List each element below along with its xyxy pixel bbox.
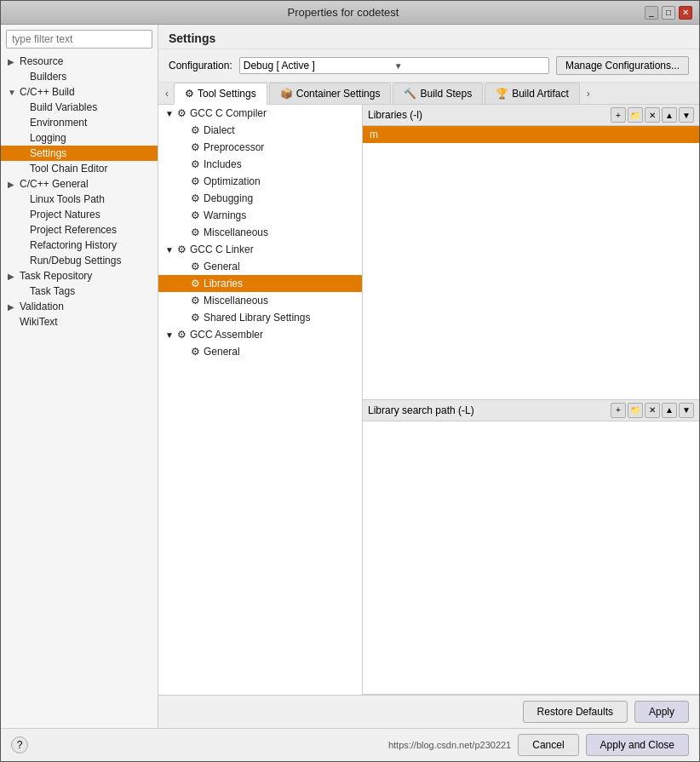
- tab-label: Container Settings: [296, 88, 381, 100]
- stree-item-label: Miscellaneous: [204, 226, 268, 238]
- apply-button[interactable]: Apply: [634, 701, 689, 723]
- filter-input[interactable]: [6, 30, 152, 49]
- move-path-down-button[interactable]: ▼: [679, 403, 694, 418]
- settings-content: Libraries (-l) + 📁 ✕ ▲ ▼ m: [363, 105, 699, 695]
- stree-gcc-compiler[interactable]: ▼ ⚙ GCC C Compiler: [158, 105, 362, 122]
- sidebar-item-cppbuild[interactable]: ▼ C/C++ Build: [1, 84, 158, 100]
- apply-and-close-button[interactable]: Apply and Close: [586, 734, 689, 756]
- sidebar-item-tasktags[interactable]: Task Tags: [1, 284, 158, 299]
- tab-left-arrow[interactable]: ‹: [160, 84, 174, 103]
- library-item-m[interactable]: m: [363, 126, 699, 143]
- maximize-button[interactable]: □: [662, 6, 675, 20]
- config-select[interactable]: Debug [ Active ] ▼: [239, 57, 549, 74]
- stree-gcc-assembler[interactable]: ▼ ⚙ GCC Assembler: [158, 326, 362, 343]
- close-button[interactable]: ✕: [679, 6, 692, 20]
- gear-icon: ⚙: [191, 209, 200, 221]
- sidebar-item-label: Build Variables: [30, 101, 97, 113]
- gear-icon: ⚙: [191, 278, 200, 289]
- sidebar-item-label: C/C++ General: [20, 178, 89, 190]
- stree-optimization[interactable]: ⚙ Optimization: [158, 173, 362, 190]
- add-path-workspace-button[interactable]: 📁: [628, 403, 643, 418]
- tabs-bar: ‹ ⚙ Tool Settings 📦 Container Settings 🔨…: [158, 83, 699, 105]
- gear-icon: ⚙: [191, 192, 200, 204]
- arrow-icon: ▶: [8, 272, 16, 281]
- help-button[interactable]: ?: [11, 736, 28, 753]
- sidebar-item-rundebug[interactable]: Run/Debug Settings: [1, 253, 158, 268]
- sidebar-item-label: Project Natures: [30, 209, 100, 221]
- add-library-button[interactable]: +: [611, 107, 626, 123]
- stree-item-label: General: [204, 261, 240, 272]
- minimize-button[interactable]: _: [645, 6, 658, 20]
- title-bar: Properties for codetest _ □ ✕: [1, 1, 699, 25]
- tab-tool-settings[interactable]: ⚙ Tool Settings: [174, 83, 267, 105]
- cancel-button[interactable]: Cancel: [518, 734, 578, 756]
- stree-gcc-linker[interactable]: ▼ ⚙ GCC C Linker: [158, 241, 362, 258]
- restore-defaults-button[interactable]: Restore Defaults: [523, 701, 628, 723]
- stree-preprocessor[interactable]: ⚙ Preprocessor: [158, 139, 362, 156]
- sidebar-item-projectnatures[interactable]: Project Natures: [1, 207, 158, 222]
- sidebar-item-builders[interactable]: Builders: [1, 69, 158, 84]
- gear-icon: ⚙: [177, 107, 186, 119]
- sidebar-item-linuxtools[interactable]: Linux Tools Path: [1, 192, 158, 207]
- tab-build-artifact[interactable]: 🏆 Build Artifact: [485, 83, 580, 104]
- stree-misc-linker[interactable]: ⚙ Miscellaneous: [158, 292, 362, 309]
- sidebar-item-buildvars[interactable]: Build Variables: [1, 100, 158, 115]
- stree-dialect[interactable]: ⚙ Dialect: [158, 122, 362, 139]
- sidebar-item-resource[interactable]: ▶ Resource: [1, 54, 158, 69]
- tab-right-arrow[interactable]: ›: [582, 84, 595, 103]
- search-path-panel: Library search path (-L) + 📁 ✕ ▲ ▼: [363, 400, 699, 696]
- move-path-up-button[interactable]: ▲: [662, 403, 677, 418]
- settings-tree: ▼ ⚙ GCC C Compiler ⚙ Dialect ⚙ Preproces…: [158, 105, 363, 695]
- sidebar-item-logging[interactable]: Logging: [1, 130, 158, 146]
- tab-container-settings[interactable]: 📦 Container Settings: [269, 83, 392, 104]
- right-panel: Settings Configuration: Debug [ Active ]…: [158, 25, 699, 728]
- sidebar-item-label: Project References: [30, 224, 117, 236]
- sidebar-item-settings[interactable]: Settings: [1, 146, 158, 161]
- sidebar-item-label: Settings: [30, 147, 66, 159]
- sidebar-item-projectrefs[interactable]: Project References: [1, 222, 158, 238]
- gear-icon: ⚙: [191, 295, 200, 307]
- stree-debugging[interactable]: ⚙ Debugging: [158, 190, 362, 207]
- sidebar-item-taskrepo[interactable]: ▶ Task Repository: [1, 268, 158, 284]
- delete-library-button[interactable]: ✕: [645, 107, 660, 123]
- stree-general-assembler[interactable]: ⚙ General: [158, 343, 362, 360]
- sidebar-item-label: Run/Debug Settings: [30, 255, 121, 266]
- sidebar-item-label: Logging: [30, 132, 66, 144]
- sidebar-item-cppgeneral[interactable]: ▶ C/C++ General: [1, 176, 158, 192]
- sidebar-item-refactoring[interactable]: Refactoring History: [1, 238, 158, 253]
- delete-path-button[interactable]: ✕: [645, 403, 660, 418]
- gear-icon: ⚙: [177, 329, 186, 341]
- search-path-toolbar: + 📁 ✕ ▲ ▼: [611, 403, 694, 418]
- add-from-workspace-button[interactable]: 📁: [628, 107, 643, 123]
- stree-misc-compiler[interactable]: ⚙ Miscellaneous: [158, 224, 362, 241]
- stree-item-label: Optimization: [204, 175, 261, 187]
- stree-libraries[interactable]: ⚙ Libraries: [158, 275, 362, 292]
- stree-general-linker[interactable]: ⚙ General: [158, 258, 362, 275]
- arrow-icon: ▶: [8, 302, 16, 312]
- stree-includes[interactable]: ⚙ Includes: [158, 156, 362, 173]
- url-bar: https://blog.csdn.net/p230221: [28, 740, 518, 750]
- move-up-button[interactable]: ▲: [662, 107, 677, 123]
- manage-configs-button[interactable]: Manage Configurations...: [556, 56, 689, 75]
- sidebar-item-toolchain[interactable]: Tool Chain Editor: [1, 161, 158, 176]
- sidebar-item-wikitext[interactable]: WikiText: [1, 314, 158, 329]
- tab-build-steps[interactable]: 🔨 Build Steps: [393, 83, 483, 104]
- tab-label: Build Artifact: [512, 88, 569, 100]
- sidebar-item-validation[interactable]: ▶ Validation: [1, 299, 158, 314]
- stree-item-label: Dialect: [204, 124, 235, 136]
- stree-warnings[interactable]: ⚙ Warnings: [158, 207, 362, 224]
- tab-label: Tool Settings: [198, 88, 256, 100]
- sidebar-item-environment[interactable]: Environment: [1, 115, 158, 130]
- arrow-icon: ▼: [165, 330, 174, 340]
- search-path-panel-header: Library search path (-L) + 📁 ✕ ▲ ▼: [363, 400, 699, 421]
- search-path-panel-title: Library search path (-L): [368, 404, 474, 416]
- stree-item-label: GCC C Linker: [190, 243, 254, 255]
- move-down-button[interactable]: ▼: [679, 107, 694, 123]
- bottom-bar: Restore Defaults Apply: [158, 695, 699, 728]
- libraries-toolbar: + 📁 ✕ ▲ ▼: [611, 107, 694, 123]
- stree-shared-lib[interactable]: ⚙ Shared Library Settings: [158, 309, 362, 326]
- add-path-button[interactable]: +: [611, 403, 626, 418]
- gear-icon: ⚙: [191, 124, 200, 136]
- stree-item-label: Miscellaneous: [204, 295, 268, 307]
- window-controls: _ □ ✕: [645, 6, 692, 20]
